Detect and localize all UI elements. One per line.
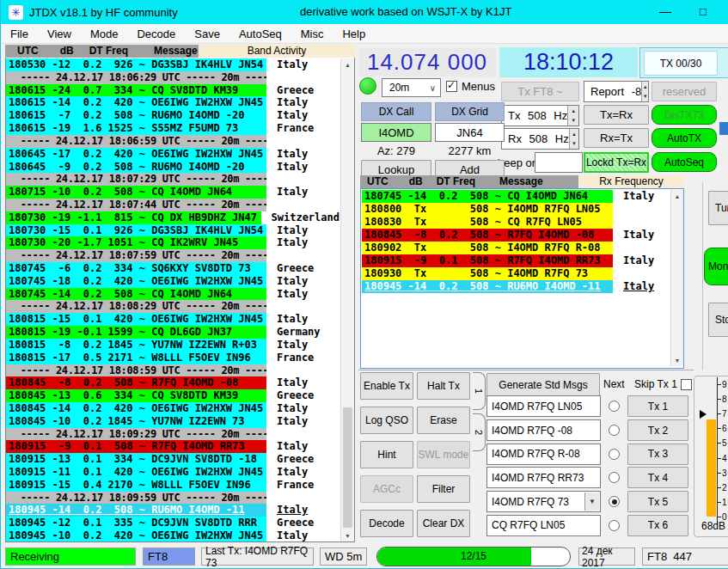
spinner-icon[interactable]: ▲▼ xyxy=(569,129,578,149)
decode-row[interactable]: 180615 -19 1.6 1525 ~ S55MZ F5UMD 73 Fra… xyxy=(6,122,340,135)
tab-2[interactable]: 2 xyxy=(473,413,486,451)
decode-row[interactable]: 180815 -17 0.5 2171 ~ W8LLL F5OEV IN96 F… xyxy=(6,352,340,364)
decode-row[interactable]: 180730 -15 0.1 926 ~ DG3SBJ IK4HLV JN54 … xyxy=(6,224,340,237)
tx-button[interactable]: Tx 6 xyxy=(627,515,688,536)
report-spinbox[interactable]: Report -8 ▲▼ xyxy=(584,81,649,102)
menu-item[interactable]: Decode xyxy=(127,26,185,42)
decode-row[interactable]: 180745 -14 0.2 508 ~ CQ I4OMD JN64 Italy xyxy=(362,190,670,203)
tx-button[interactable]: Tx 2 xyxy=(627,419,688,441)
menu-item[interactable]: Save xyxy=(185,26,229,42)
tx-message-field[interactable]: I4OMD R7FQ RR73 ▼ xyxy=(486,467,601,488)
tx-radio[interactable] xyxy=(609,401,620,412)
tx-radio[interactable] xyxy=(609,496,620,507)
scroll-down-icon[interactable]: ▼ xyxy=(671,354,683,366)
menu-item[interactable]: File xyxy=(1,26,38,42)
band-activity-rows[interactable]: 180530 -12 0.2 926 ~ DG3SBJ IK4HLV JN54 … xyxy=(6,58,340,541)
decode-row[interactable]: 180845 -8 0.2 508 ~ R7FQ I4OMD -08 Italy xyxy=(6,376,340,389)
tx-message-field[interactable]: I4OMD R7FQ R-08 ▼ xyxy=(486,444,601,465)
spinner-icon[interactable]: ▲▼ xyxy=(641,82,648,101)
menus-checkbox-row[interactable]: Menus xyxy=(446,80,495,93)
decode-row[interactable]: 180815 -15 0.1 420 ~ OE6IWG IW2HXW JN45 … xyxy=(6,313,340,326)
distx73-button[interactable]: DisTX73 xyxy=(652,105,717,125)
filter-button[interactable]: Filter xyxy=(417,475,470,503)
decode-row[interactable]: ----- 24.12.17 18:08:59 UTC ----- 20m --… xyxy=(6,364,340,377)
decode-row[interactable]: 180845 -8 0.2 508 ~ R7FQ I4OMD -08 Italy xyxy=(362,229,670,242)
decode-row[interactable]: 180715 -10 0.2 508 ~ CQ I4OMD JN64 Italy xyxy=(6,186,340,199)
decode-row[interactable]: ----- 24.12.17 18:08:29 UTC ----- 20m --… xyxy=(6,300,340,313)
scroll-up-icon[interactable]: ▲ xyxy=(341,58,354,70)
tx-message-field[interactable]: I4OMD R7FQ 73 ▼ xyxy=(486,491,601,512)
decode-row[interactable]: ----- 24.12.17 18:06:59 UTC ----- 20m --… xyxy=(6,135,340,148)
log-qso-button[interactable]: Log QSO xyxy=(360,407,413,434)
rx-freq-spinbox[interactable]: Rx 508 Hz ▲▼ xyxy=(501,128,579,150)
tx-eq-rx-button[interactable]: Tx=Rx xyxy=(584,105,649,125)
tx-radio[interactable] xyxy=(609,520,620,531)
skip-tx1-row[interactable]: Skip Tx 1 xyxy=(634,378,692,390)
decode-row[interactable]: 180615 -7 0.2 508 ~ RU6MO I4OMD -20 Ital… xyxy=(6,109,340,122)
band-combo[interactable]: 20m ∨ xyxy=(382,78,441,97)
tx-button[interactable]: Tx 4 xyxy=(627,467,688,488)
decode-row[interactable]: 180915 -9 0.1 508 ~ R7FQ I4OMD RR73 Ital… xyxy=(362,254,670,267)
decode-row[interactable]: 180745 -6 0.2 334 ~ SQ6KXY SV8DTD 73 Gre… xyxy=(6,262,340,275)
autoseq-button[interactable]: AutoSeq xyxy=(652,152,717,172)
decode-row[interactable]: ----- 24.12.17 18:07:29 UTC ----- 20m --… xyxy=(6,173,340,186)
halt-tx-button[interactable]: Halt Tx xyxy=(417,372,470,400)
tx-message-field[interactable]: CQ R7FQ LN05 ▼ xyxy=(486,515,601,536)
scroll-thumb[interactable] xyxy=(343,407,352,528)
dx-grid-field[interactable]: JN64 xyxy=(435,123,505,142)
tx-radio[interactable] xyxy=(609,472,620,483)
tab-1[interactable]: 1 xyxy=(473,372,486,410)
decode-row[interactable]: 180815 -19 -0.1 1599 ~ CQ DL6GD JN37 Ger… xyxy=(6,326,340,339)
decode-row[interactable]: 180945 -14 0.2 508 ~ RU6MO I4OMD -11 Ita… xyxy=(6,504,340,517)
band-activity-scrollbar[interactable]: ▲ ▼ xyxy=(340,58,354,541)
scroll-down-icon[interactable]: ▼ xyxy=(341,529,354,541)
decode-row[interactable]: 180845 -13 0.6 334 ~ CQ SV8DTD KM39 Gree… xyxy=(6,389,340,402)
decode-row[interactable]: 180915 -9 0.1 508 ~ R7FQ I4OMD RR73 Ital… xyxy=(6,440,340,453)
decode-row[interactable]: 180745 -14 0.2 508 ~ CQ I4OMD JN64 Italy xyxy=(6,288,340,301)
autotx-button[interactable]: AutoTX xyxy=(652,128,717,148)
tx-button[interactable]: Tx 3 xyxy=(627,444,688,465)
dx-call-field[interactable]: I4OMD xyxy=(361,123,431,142)
tx-message-field[interactable]: I4OMD R7FQ -08 ▼ xyxy=(486,419,601,441)
scroll-up-icon[interactable]: ▲ xyxy=(671,190,683,202)
agcc-button[interactable]: AGCc xyxy=(360,475,413,503)
decode-row[interactable]: 180615 -14 0.2 420 ~ OE6IWG IW2HXW JN45 … xyxy=(6,96,340,109)
decode-row[interactable]: 180530 -12 0.2 926 ~ DG3SBJ IK4HLV JN54 … xyxy=(6,58,340,71)
decode-row[interactable]: 180945 -14 0.2 508 ~ RU6MO I4OMD -11 Ita… xyxy=(362,280,670,293)
decode-row[interactable]: 180845 -14 0.2 420 ~ OE6IWG IW2HXW JN45 … xyxy=(6,402,340,415)
tx-button[interactable]: Tx 5 xyxy=(627,491,688,512)
maximize-button[interactable]: □ xyxy=(692,2,714,21)
decode-row[interactable]: 180745 -18 0.2 420 ~ OE6IWG IW2HXW JN45 … xyxy=(6,275,340,288)
tx-radio[interactable] xyxy=(609,425,620,436)
swl-mode-button[interactable]: SWL mode xyxy=(417,441,470,468)
decode-row[interactable]: 180615 -24 0.7 334 ~ CQ SV8DTD KM39 Gree… xyxy=(6,84,340,97)
decode-row[interactable]: 180645 -17 0.2 420 ~ OE6IWG IW2HXW JN45 … xyxy=(6,148,340,161)
skip-tx1-checkbox[interactable] xyxy=(681,379,692,390)
decode-row[interactable]: 180800 Tx 508 ~ I4OMD R7FQ LN05 xyxy=(362,203,670,216)
enable-tx-button[interactable]: Enable Tx xyxy=(360,372,413,400)
decode-row[interactable]: ----- 24.12.17 18:09:59 UTC ----- 20m --… xyxy=(6,492,340,505)
decode-row[interactable]: 180902 Tx 508 ~ I4OMD R7FQ R-08 xyxy=(362,242,670,254)
decode-row[interactable]: 180945 -12 0.1 335 ~ DC9JVN SV8DTD RRR G… xyxy=(6,517,340,529)
decode-row[interactable]: ----- 24.12.17 18:07:44 UTC ----- 20m --… xyxy=(6,199,340,211)
hint-button[interactable]: Hint xyxy=(360,441,413,468)
menu-item[interactable]: Mode xyxy=(81,26,128,42)
decode-row[interactable]: 180930 Tx 508 ~ I4OMD R7FQ 73 xyxy=(362,267,670,280)
erase-button[interactable]: Erase xyxy=(417,407,470,434)
rx-frequency-scrollbar[interactable]: ▲ ▼ xyxy=(670,190,683,366)
tx-message-field[interactable]: I4OMD R7FQ LN05 ▼ xyxy=(486,395,601,417)
decode-row[interactable]: 180815 -8 0.2 1845 ~ YU7NW IZ2EWN R+03 I… xyxy=(6,339,340,352)
tx-radio[interactable] xyxy=(609,449,620,460)
decode-row[interactable]: ----- 24.12.17 18:06:29 UTC ----- 20m --… xyxy=(6,71,340,84)
beep-on-field[interactable] xyxy=(535,152,583,173)
decode-row[interactable]: 180945 -10 0.2 420 ~ OE6IWG IW2HXW JN45 … xyxy=(6,529,340,541)
spinner-icon[interactable]: ▲▼ xyxy=(567,106,578,125)
decode-row[interactable]: 180730 -20 -1.7 1051 ~ CQ IK2WRV JN45 It… xyxy=(6,236,340,249)
menu-item[interactable]: Misc xyxy=(291,26,333,42)
rx-eq-tx-button[interactable]: Rx=Tx xyxy=(584,128,649,148)
decode-button[interactable]: Decode xyxy=(360,510,413,537)
reserved-button[interactable]: reserved xyxy=(652,82,717,101)
menu-item[interactable]: AutoSeq xyxy=(229,26,291,42)
tune-button[interactable]: Tune xyxy=(708,191,728,225)
menus-checkbox[interactable] xyxy=(446,81,457,92)
